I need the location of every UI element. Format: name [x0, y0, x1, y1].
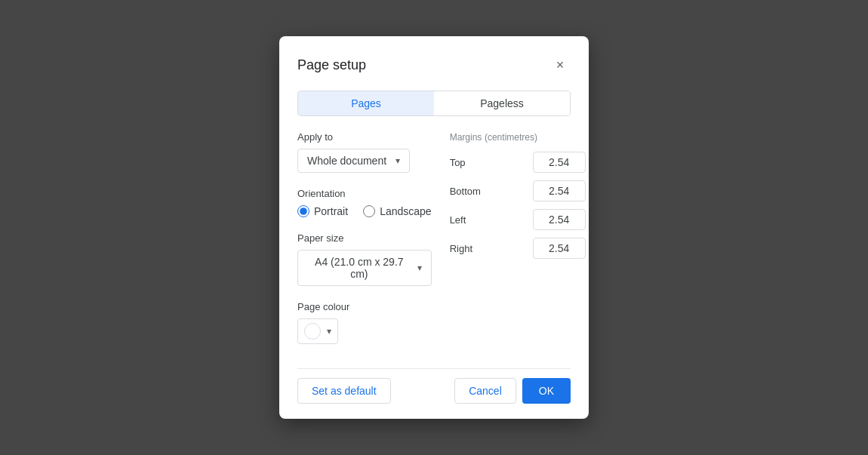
margin-input-right[interactable]	[533, 238, 586, 259]
paper-size-arrow: ▾	[417, 263, 422, 273]
margin-label-right: Right	[450, 243, 480, 254]
overlay: Page setup × Pages Pageless Apply to Who…	[0, 0, 868, 455]
margin-row-left: Left	[450, 209, 586, 230]
colour-arrow: ▾	[327, 326, 331, 337]
apply-to-dropdown[interactable]: Whole document ▾	[297, 149, 410, 173]
dialog-title: Page setup	[297, 57, 366, 73]
tab-pageless[interactable]: Pageless	[434, 91, 570, 115]
paper-size-dropdown[interactable]: A4 (21.0 cm x 29.7 cm) ▾	[297, 250, 432, 286]
margin-input-left[interactable]	[533, 209, 586, 230]
margin-label-left: Left	[450, 214, 480, 226]
main-content: Apply to Whole document ▾ Orientation Po…	[297, 131, 571, 362]
tab-pages[interactable]: Pages	[298, 91, 434, 115]
margins-label: Margins	[450, 132, 482, 143]
apply-to-value: Whole document	[307, 155, 386, 167]
cancel-button[interactable]: Cancel	[454, 378, 516, 404]
landscape-label: Landscape	[380, 205, 432, 217]
tabs-container: Pages Pageless	[297, 91, 571, 116]
paper-size-value: A4 (21.0 cm x 29.7 cm)	[307, 256, 411, 280]
orientation-label: Orientation	[297, 188, 432, 199]
portrait-option[interactable]: Portrait	[297, 205, 348, 217]
apply-to-arrow: ▾	[396, 155, 400, 166]
margins-section: Margins (centimetres) Top Bottom Left Ri…	[450, 131, 586, 362]
margin-row-top: Top	[450, 152, 586, 173]
page-colour-section: Page colour ▾	[297, 301, 432, 344]
apply-to-label: Apply to	[297, 131, 432, 143]
margin-input-top[interactable]	[533, 152, 586, 173]
paper-size-label: Paper size	[297, 232, 432, 244]
margin-row-right: Right	[450, 238, 586, 259]
page-colour-label: Page colour	[297, 301, 432, 312]
margins-title: Margins (centimetres)	[450, 131, 586, 143]
portrait-radio[interactable]	[297, 205, 309, 217]
footer-right: Cancel OK	[454, 378, 571, 404]
orientation-radio-group: Portrait Landscape	[297, 205, 432, 217]
portrait-label: Portrait	[314, 205, 348, 217]
dialog-header: Page setup ×	[297, 54, 571, 75]
margin-label-bottom: Bottom	[450, 186, 481, 197]
margin-row-bottom: Bottom	[450, 180, 586, 201]
page-colour-button[interactable]: ▾	[297, 318, 338, 344]
margin-label-top: Top	[450, 157, 480, 168]
close-button[interactable]: ×	[549, 54, 571, 75]
set-as-default-button[interactable]: Set as default	[297, 378, 391, 404]
paper-size-section: Paper size A4 (21.0 cm x 29.7 cm) ▾	[297, 232, 432, 286]
dialog-footer: Set as default Cancel OK	[297, 368, 571, 404]
margin-input-bottom[interactable]	[533, 180, 586, 201]
orientation-section: Orientation Portrait Landscape	[297, 188, 432, 217]
colour-swatch	[304, 323, 321, 340]
ok-button[interactable]: OK	[522, 378, 571, 404]
left-column: Apply to Whole document ▾ Orientation Po…	[297, 131, 432, 362]
apply-to-section: Apply to Whole document ▾	[297, 131, 432, 173]
page-setup-dialog: Page setup × Pages Pageless Apply to Who…	[279, 36, 589, 419]
landscape-radio[interactable]	[363, 205, 375, 217]
landscape-option[interactable]: Landscape	[363, 205, 432, 217]
margins-unit: (centimetres)	[485, 132, 537, 143]
